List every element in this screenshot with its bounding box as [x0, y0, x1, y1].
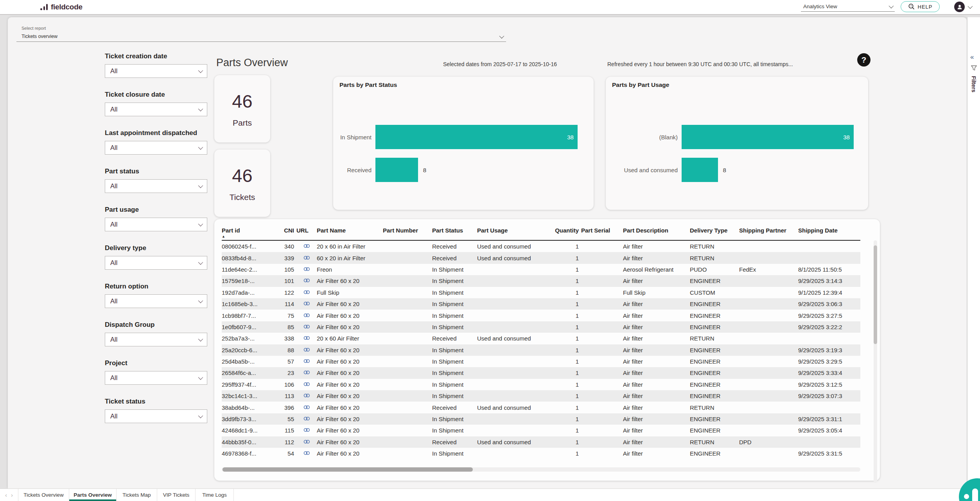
url-link-cell[interactable] — [296, 321, 317, 333]
fieldcode-bubble-icon — [964, 494, 969, 499]
filter-dropdown-part-status[interactable]: All — [105, 179, 207, 193]
filter-dropdown-ticket-status[interactable]: All — [105, 409, 207, 423]
url-link-cell[interactable] — [296, 298, 317, 310]
tab-time-logs[interactable]: Time Logs — [196, 489, 234, 501]
bar-received[interactable] — [375, 158, 418, 182]
url-link-cell[interactable] — [296, 413, 317, 425]
tab-tickets-overview[interactable]: Tickets Overview — [18, 489, 69, 501]
table-cell: 25a20ccb-6... — [222, 344, 270, 356]
url-link-cell[interactable] — [296, 436, 317, 448]
table-cell: 44bbb35f-0... — [222, 436, 270, 448]
table-vertical-scrollbar[interactable] — [874, 240, 877, 483]
column-header-part-usage[interactable]: Part Usage — [477, 225, 550, 238]
table-row[interactable]: 1cb98bf7-7...75Air Filter 60 x 20In Ship… — [222, 310, 860, 321]
question-mark-icon[interactable]: ? — [857, 53, 871, 67]
url-link-cell[interactable] — [296, 356, 317, 367]
filter-dropdown-delivery-type[interactable]: All — [105, 256, 207, 270]
url-link-cell[interactable] — [296, 264, 317, 275]
url-link-cell[interactable] — [296, 390, 317, 402]
table-row[interactable]: 25a20ccb-6...88Air Filter 60 x 20In Ship… — [222, 344, 860, 356]
user-menu[interactable] — [954, 2, 971, 12]
table-row[interactable]: 1e0fb607-9...85Air Filter 60 x 20In Ship… — [222, 321, 860, 333]
column-header-url[interactable]: URL — [296, 225, 317, 238]
table-row[interactable]: 38abd64b-...396Air Filter 60 x 20Receive… — [222, 402, 860, 413]
table-row[interactable]: 192d7ada-...122Full SkipIn Shipment1Full… — [222, 287, 860, 298]
table-cell: Received — [432, 333, 477, 344]
filter-dropdown-dispatch-group[interactable]: All — [105, 333, 207, 346]
url-link-cell[interactable] — [296, 241, 317, 252]
url-link-cell[interactable] — [296, 333, 317, 344]
filter-dropdown-project[interactable]: All — [105, 371, 207, 385]
tab-next-icon[interactable]: › — [11, 492, 13, 498]
filter-dropdown-return-option[interactable]: All — [105, 294, 207, 308]
table-row[interactable]: 42468dc1-9...115Air Filter 60 x 20In Shi… — [222, 425, 860, 436]
table-row[interactable]: 15759e18-...101Air Filter 60 x 20In Ship… — [222, 275, 860, 287]
table-cell: 0833fb4d-8... — [222, 252, 270, 264]
view-selector-dropdown[interactable]: Analytics View — [801, 2, 895, 12]
column-header-part-id[interactable]: Part id▲ — [222, 225, 270, 238]
url-link-cell[interactable] — [296, 425, 317, 436]
expand-filters-icon[interactable]: « — [970, 53, 974, 61]
url-link-cell[interactable] — [296, 344, 317, 356]
filter-dropdown-part-usage[interactable]: All — [105, 218, 207, 231]
table-row[interactable]: 32bc14c1-3...113Air Filter 60 x 20In Shi… — [222, 390, 860, 402]
bar-used-and-consumed[interactable] — [682, 158, 718, 182]
help-button[interactable]: ? HELP — [901, 1, 940, 12]
url-link-cell[interactable] — [296, 287, 317, 298]
table-row[interactable]: 252ba7a3-...33820 x 60 Air FilterReceive… — [222, 333, 860, 344]
column-header-part-name[interactable]: Part Name — [317, 225, 383, 238]
table-row[interactable]: 0833fb4d-8...33960 x 20 in Air FilterRec… — [222, 252, 860, 263]
report-selector[interactable]: Select report Tickets overview — [16, 26, 506, 42]
tab-parts-overview[interactable]: Parts Overview — [69, 489, 117, 501]
table-cell: 9/29/2025 3:12:5 — [798, 379, 860, 390]
bar--blank-[interactable] — [682, 125, 854, 149]
tab-prev-icon[interactable]: ‹ — [5, 492, 7, 498]
bar-row: In Shipment38 — [339, 121, 588, 153]
table-row[interactable]: 25d4ba5b-...57Air Filter 60 x 20In Shipm… — [222, 356, 860, 367]
column-header-part-serial[interactable]: Part Serial — [581, 225, 623, 238]
url-link-cell[interactable] — [296, 275, 317, 287]
column-header-delivery-type[interactable]: Delivery Type — [690, 225, 739, 238]
filter-value: All — [110, 336, 117, 343]
url-link-cell[interactable] — [296, 310, 317, 321]
table-cell: In Shipment — [432, 321, 477, 333]
filter-dropdown-ticket-creation-date[interactable]: All — [105, 64, 207, 78]
url-link-cell[interactable] — [296, 402, 317, 413]
table-cell: 8/1/2025 11:50:5 — [798, 264, 860, 275]
column-header-shipping-partner[interactable]: Shipping Partner — [739, 225, 798, 238]
column-header-cni[interactable]: CNI — [270, 225, 296, 238]
url-link-cell[interactable] — [296, 252, 317, 264]
table-row[interactable]: 295ff937-4f...106Air Filter 60 x 20In Sh… — [222, 379, 860, 390]
table-row[interactable]: 1c1685eb-3...114Air Filter 60 x 20In Shi… — [222, 298, 860, 310]
tab-tickets-map[interactable]: Tickets Map — [117, 489, 157, 501]
parts-table-card: Part id▲CNIURLPart NamePart NumberPart S… — [214, 219, 880, 481]
table-row[interactable]: 44bbb35f-0...112Air Filter 60 x 20Receiv… — [222, 436, 860, 448]
table-cell: 9/29/2025 3:05:4 — [798, 425, 860, 436]
table-row[interactable]: 3dd9fb73-3...55Air Filter 60 x 20In Ship… — [222, 413, 860, 425]
bar-value-label: 38 — [567, 125, 578, 149]
table-row[interactable]: 11de64ec-2...105FreonIn Shipment1Aerosol… — [222, 264, 860, 275]
url-link-cell[interactable] — [296, 379, 317, 390]
parts-table: Part id▲CNIURLPart NamePart NumberPart S… — [222, 225, 860, 459]
column-header-part-status[interactable]: Part Status — [432, 225, 477, 238]
column-header-part-number[interactable]: Part Number — [383, 225, 432, 238]
chevron-down-icon — [889, 4, 894, 9]
table-row[interactable]: 46978368-f...54Air Filter 60 x 20In Ship… — [222, 448, 860, 459]
url-link-cell[interactable] — [296, 367, 317, 378]
table-cell: DPD — [739, 436, 798, 448]
table-horizontal-scrollbar[interactable] — [222, 467, 860, 472]
bar-in-shipment[interactable] — [375, 125, 578, 149]
filter-dropdown-last-appointment-dispatched[interactable]: All — [105, 141, 207, 155]
table-row[interactable]: 26584f6c-a...23Air Filter 60 x 20In Ship… — [222, 367, 860, 378]
table-row[interactable]: 08060245-f...34020 x 60 in Air FilterRec… — [222, 241, 860, 252]
column-header-part-description[interactable]: Part Description — [623, 225, 690, 238]
url-link-cell[interactable] — [296, 448, 317, 459]
column-header-quantity[interactable]: Quantity — [550, 225, 581, 238]
table-cell: Air Filter 60 x 20 — [317, 321, 383, 333]
filter-dropdown-ticket-closure-date[interactable]: All — [105, 103, 207, 116]
filters-pane-label[interactable]: Filters — [971, 76, 977, 92]
table-cell: 105 — [270, 264, 296, 275]
column-header-shipping-date[interactable]: Shipping Date — [798, 225, 860, 238]
view-selector-value: Analytics View — [803, 4, 837, 9]
tab-vip-tickets[interactable]: VIP Tickets — [157, 489, 196, 501]
